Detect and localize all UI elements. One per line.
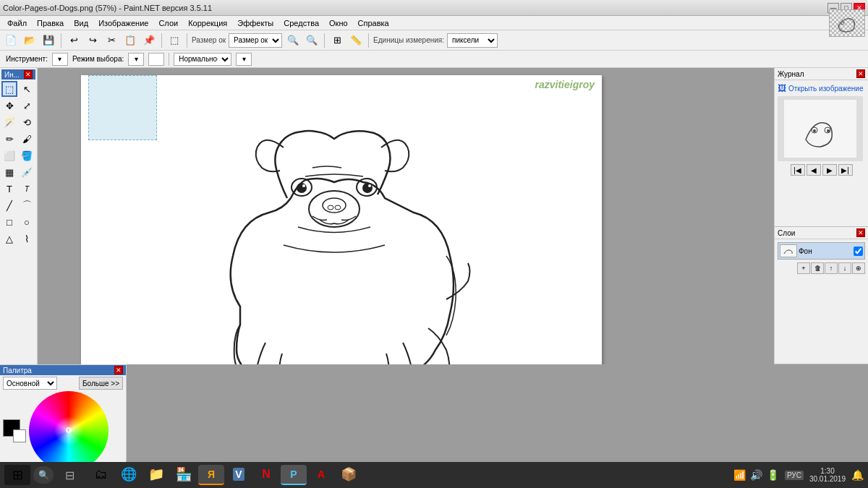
task-view-button[interactable]: ⊟ bbox=[56, 465, 82, 485]
tool-triangle-shape[interactable]: △ bbox=[1, 231, 17, 247]
svg-point-0 bbox=[841, 22, 844, 25]
palette-more-button[interactable]: Больше >> bbox=[79, 377, 123, 390]
tool-zoom[interactable]: ⤢ bbox=[19, 98, 35, 114]
layer-item[interactable]: Фон bbox=[778, 242, 865, 260]
taskbar-app-edge[interactable]: 🌐 bbox=[116, 465, 142, 485]
blend-mode-dropdown[interactable]: Нормальное bbox=[174, 53, 231, 66]
menu-window[interactable]: Окно bbox=[325, 17, 352, 29]
notifications-icon[interactable]: 🔔 bbox=[851, 469, 864, 481]
taskbar-app-store[interactable]: 🏪 bbox=[171, 465, 197, 485]
copy-button[interactable]: 📋 bbox=[122, 33, 138, 48]
zoom-in-button[interactable]: 🔍 bbox=[304, 33, 320, 48]
paintnet-icon: P bbox=[290, 468, 297, 480]
svg-rect-16 bbox=[780, 245, 796, 257]
lang-indicator[interactable]: РУС bbox=[785, 471, 804, 480]
svg-rect-11 bbox=[784, 100, 856, 158]
taskbar-app-explorer[interactable]: 🗂 bbox=[88, 465, 114, 485]
journal-prev-button[interactable]: ◀ bbox=[807, 164, 821, 176]
toolbox-title: Ин... ✕ bbox=[1, 69, 35, 80]
toolbox-close[interactable]: ✕ bbox=[24, 70, 33, 79]
zoom-out-button[interactable]: 🔍 bbox=[285, 33, 301, 48]
mode-arrow[interactable]: ▾ bbox=[236, 53, 252, 66]
journal-preview bbox=[778, 96, 863, 161]
journal-next-button[interactable]: ▶ bbox=[822, 164, 837, 176]
layers-close-button[interactable]: ✕ bbox=[856, 228, 865, 237]
palette-mode-dropdown[interactable]: Основной bbox=[3, 377, 57, 390]
selection-mode-dropdown[interactable]: ▾ bbox=[128, 53, 144, 66]
canvas-area[interactable]: razvitieigroy bbox=[38, 68, 774, 364]
tool-move[interactable]: ✥ bbox=[1, 98, 17, 114]
journal-last-button[interactable]: ▶| bbox=[838, 164, 853, 176]
tool-text[interactable]: T bbox=[1, 181, 17, 197]
tool-brush[interactable]: 🖌 bbox=[19, 131, 35, 147]
secondary-color-swatch[interactable] bbox=[13, 429, 26, 442]
tool-eyedropper[interactable]: 💉 bbox=[19, 164, 35, 180]
other-icon: 📦 bbox=[341, 466, 357, 482]
layer-visibility-checkbox[interactable] bbox=[854, 247, 863, 256]
taskbar-app-netflix[interactable]: N bbox=[253, 465, 279, 485]
color-wheel[interactable] bbox=[29, 391, 109, 471]
menu-tools[interactable]: Средства bbox=[279, 17, 323, 29]
tool-fill[interactable]: 🪣 bbox=[19, 147, 35, 163]
rulers-button[interactable]: 📏 bbox=[348, 33, 364, 48]
redo-button[interactable]: ↪ bbox=[85, 33, 101, 48]
paste-button[interactable]: 📌 bbox=[141, 33, 157, 48]
size-dropdown[interactable]: Размер ок bbox=[229, 33, 282, 48]
layer-thumbnail bbox=[780, 244, 797, 257]
palette-close-button[interactable]: ✕ bbox=[114, 366, 123, 374]
search-button[interactable]: 🔍 bbox=[33, 466, 54, 484]
tool-clone[interactable]: ⟲ bbox=[19, 114, 35, 130]
open-button[interactable]: 📂 bbox=[22, 33, 38, 48]
tool-selection-rect[interactable]: ⬚ bbox=[1, 81, 17, 97]
tool-selection-lasso[interactable]: ↖ bbox=[19, 81, 35, 97]
taskbar-app-paintnet[interactable]: P bbox=[281, 465, 307, 485]
tool-curve[interactable]: ⌒ bbox=[19, 197, 35, 213]
new-button[interactable]: 📄 bbox=[3, 33, 19, 48]
menu-help[interactable]: Справка bbox=[354, 17, 393, 29]
layer-add-button[interactable]: + bbox=[797, 262, 810, 274]
deselect-button[interactable]: ⬚ bbox=[166, 33, 182, 48]
menu-image[interactable]: Изображение bbox=[94, 17, 153, 29]
grid-button[interactable]: ⊞ bbox=[329, 33, 345, 48]
cut-button[interactable]: ✂ bbox=[103, 33, 119, 48]
network-icon[interactable]: 📶 bbox=[733, 469, 746, 481]
tool-pencil[interactable]: ✏ bbox=[1, 131, 17, 147]
taskbar-app-other[interactable]: 📦 bbox=[336, 465, 362, 485]
taskbar-app-vk[interactable]: V bbox=[226, 465, 252, 485]
menu-corrections[interactable]: Коррекция bbox=[184, 17, 231, 29]
taskbar-app-autocad[interactable]: A bbox=[308, 465, 334, 485]
start-button[interactable]: ⊞ bbox=[4, 465, 30, 485]
title-text: Color-Pages-of-Dogs.png (57%) - Paint.NE… bbox=[3, 4, 212, 12]
tool-magic-wand[interactable]: 🪄 bbox=[1, 114, 17, 130]
undo-button[interactable]: ↩ bbox=[66, 33, 82, 48]
layer-down-button[interactable]: ↓ bbox=[838, 262, 851, 274]
tool-gradient[interactable]: ▦ bbox=[1, 164, 17, 180]
tool-freehand[interactable]: ⌇ bbox=[19, 231, 35, 247]
menu-layers[interactable]: Слои bbox=[154, 17, 182, 29]
system-clock[interactable]: 1:30 30.01.2019 bbox=[809, 467, 846, 483]
layer-up-button[interactable]: ↑ bbox=[825, 262, 838, 274]
menu-edit[interactable]: Правка bbox=[33, 17, 68, 29]
menu-effects[interactable]: Эффекты bbox=[233, 17, 278, 29]
units-dropdown[interactable]: пиксели bbox=[447, 33, 498, 48]
toolbar2-separator bbox=[169, 53, 169, 66]
volume-icon[interactable]: 🔊 bbox=[750, 469, 762, 481]
battery-icon[interactable]: 🔋 bbox=[767, 469, 779, 481]
taskbar-app-files[interactable]: 📁 bbox=[143, 465, 169, 485]
tool-circle-shape[interactable]: ○ bbox=[19, 214, 35, 230]
layer-merge-button[interactable]: ⊕ bbox=[852, 262, 865, 274]
menu-file[interactable]: Файл bbox=[3, 17, 31, 29]
tool-rect-shape[interactable]: □ bbox=[1, 214, 17, 230]
tool-line[interactable]: ╱ bbox=[1, 197, 17, 213]
explorer-icon: 🗂 bbox=[95, 467, 108, 482]
journal-close-button[interactable]: ✕ bbox=[856, 69, 865, 78]
tool-text2[interactable]: T bbox=[19, 181, 35, 197]
layer-delete-button[interactable]: 🗑 bbox=[811, 262, 824, 274]
save-button[interactable]: 💾 bbox=[41, 33, 56, 48]
instrument-dropdown[interactable]: ▾ bbox=[52, 53, 68, 66]
journal-first-button[interactable]: |◀ bbox=[791, 164, 805, 176]
journal-item-open[interactable]: 🖼 Открыть изображение bbox=[776, 82, 867, 95]
taskbar-app-yandex[interactable]: Я bbox=[198, 465, 224, 485]
tool-eraser[interactable]: ⬜ bbox=[1, 147, 17, 163]
menu-view[interactable]: Вид bbox=[69, 17, 93, 29]
